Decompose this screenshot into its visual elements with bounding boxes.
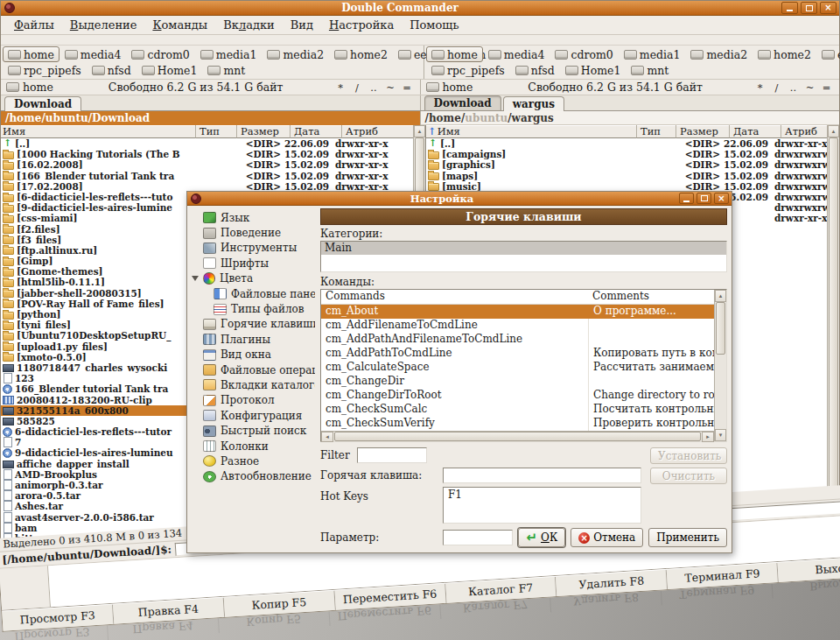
path-bar-right[interactable]: /home/ubuntu/wargus [421,111,840,125]
tree-item[interactable]: Горячие клавиши [191,317,315,332]
drive-button[interactable]: nfsd [87,62,136,78]
drive-button[interactable]: rpc_pipefs [3,62,87,78]
tree-item[interactable]: Типы файлов [191,301,315,316]
file-row[interactable]: [..] <DIR> 22.06.09 drwxr-xr-x [1,138,413,149]
column-header-name[interactable]: Имя [1,125,196,138]
scroll-left-icon[interactable]: ◂ [321,432,333,442]
scroll-track[interactable] [715,355,726,429]
drive-button[interactable]: media4 [483,46,550,62]
path-bar-left[interactable]: /home/ubuntu/Download [1,111,421,125]
scroll-down-icon[interactable]: ▾ [715,429,726,441]
category-item[interactable]: Main [321,242,726,255]
scroll-thumb[interactable] [716,302,725,355]
file-row[interactable]: [maps] <DIR> 15.02.09 drwxrwxrwx [426,171,827,181]
command-row[interactable]: cm_ChangeDirToRoot Change directory to r… [321,389,714,403]
tree-item[interactable]: Плагины [191,332,315,347]
scrollbar-right-panel[interactable]: ▴ ▾ [827,125,839,546]
panel-op-button[interactable]: ~ [383,81,398,94]
file-row[interactable]: [graphics] <DIR> 15.02.09 drwxrwxrwx [426,159,827,170]
tree-expander-open-icon[interactable] [192,276,199,281]
command-row[interactable]: cm_CheckSumCalc Посчитать контрольные су… [321,403,714,417]
column-header-size[interactable]: Размер [676,125,730,138]
tree-item[interactable]: Язык [191,210,315,225]
set-hotkey-button[interactable]: Установить [650,447,727,464]
dialog-titlebar[interactable]: Настройка × [187,192,732,206]
drive-button[interactable]: eee [816,46,840,62]
menu-item[interactable]: Файлы [6,18,62,32]
tree-item[interactable]: Вид окна [191,348,315,362]
drive-button[interactable]: mnt [202,62,250,78]
drive-button[interactable]: media2 [685,46,752,62]
drive-button[interactable]: cdrom0 [126,46,194,62]
column-header-date[interactable]: Дата [730,125,781,138]
drive-button[interactable]: mnt [626,62,674,78]
tree-item[interactable]: Файловые панели [191,286,315,301]
command-row[interactable]: cm_CheckSumVerify Проверить контрольные … [321,417,714,431]
tree-item[interactable]: Поведение [191,225,315,240]
drive-button[interactable]: cdrom0 [550,46,618,62]
drive-button[interactable]: home [426,46,483,62]
menu-item[interactable]: Выделение [62,18,145,32]
dialog-minimize-button[interactable] [679,193,694,204]
scroll-up-icon[interactable]: ▴ [414,125,425,137]
current-drive[interactable]: home [1,81,59,94]
drive-button[interactable]: nfsd [510,62,560,78]
panel-op-button[interactable]: = [400,81,415,94]
scroll-up-icon[interactable]: ▴ [828,125,839,137]
command-row[interactable]: cm_ChangeDir [321,375,714,389]
panel-op-button[interactable]: .. [786,81,801,94]
file-row[interactable]: [16.02.2008] <DIR> 15.02.09 drwxr-xr-x [1,159,413,170]
command-row[interactable]: cm_About О программе... [321,305,714,319]
column-header-type[interactable]: Тип [637,125,676,138]
commands-hscrollbar[interactable]: ◂ ▸ [321,431,714,441]
column-header-attr[interactable]: Атриб [781,125,827,138]
scroll-right-icon[interactable]: ▸ [702,432,714,442]
scroll-thumb[interactable] [829,137,838,534]
hotkey-item[interactable]: F1 [444,488,640,501]
minimize-button[interactable] [781,2,798,14]
tree-item[interactable]: Шрифты [191,256,315,271]
hotkey-input[interactable] [443,468,641,483]
tab[interactable]: wargus [503,96,564,111]
drive-button[interactable]: media4 [60,46,127,62]
panel-op-button[interactable]: = [819,81,834,94]
command-row[interactable]: cm_CalculateSpace Рассчитать занимаемое … [321,361,714,375]
tree-item[interactable]: Инструменты [191,241,315,256]
column-header-date[interactable]: Дата [290,125,342,138]
menu-item[interactable]: Помощь [402,18,466,32]
file-row[interactable]: [..] <DIR> 22.06.09 drwxr-xr-x [426,138,827,149]
hotkeys-listbox[interactable]: F1 [443,487,641,524]
drive-button[interactable]: Home1 [136,62,203,78]
panel-op-button[interactable]: .. [367,81,382,94]
tree-item[interactable]: Файловые операции [191,362,315,377]
categories-listbox[interactable]: Main [320,241,727,272]
drive-button[interactable]: media2 [262,46,329,62]
dialog-close-button[interactable]: × [714,193,729,204]
filter-input[interactable] [357,447,427,463]
column-header-size[interactable]: Размер [237,125,290,138]
scroll-up-icon[interactable]: ▴ [715,290,726,302]
tree-item[interactable]: Разное [191,454,315,468]
menu-item[interactable]: Вид [283,18,321,32]
column-header-type[interactable]: Тип [196,125,237,138]
tree-item[interactable]: Конфигурация [191,408,315,423]
command-row[interactable]: cm_AddPathAndFilenameToCmdLine [321,333,714,347]
tab[interactable]: Download [424,95,501,110]
drive-button[interactable]: home2 [752,46,816,62]
drive-button[interactable]: home [3,46,60,62]
file-row[interactable]: [campaigns] <DIR> 15.02.09 drwxrwxrwx [426,149,827,159]
command-row[interactable]: cm_AddPathToCmdLine Копировать путь в ко… [321,347,714,361]
panel-op-button[interactable]: / [350,81,365,94]
menu-item[interactable]: Настройка [321,18,402,32]
tree-item[interactable]: Автообновление [191,469,315,484]
panel-op-button[interactable]: * [752,81,767,94]
menu-item[interactable]: Вкладки [215,18,283,32]
column-header-name[interactable]: ↑Имя [426,125,637,138]
apply-button[interactable]: Применить [648,528,727,547]
file-row[interactable]: [166_Blender tutorial Tank tra <DIR> 15.… [1,171,413,181]
drive-button[interactable]: rpc_pipefs [426,62,510,78]
clear-hotkey-button[interactable]: Очистить [650,468,727,484]
close-button[interactable]: × [820,2,836,14]
command-row[interactable]: cm_AddFilenameToCmdLine [321,319,714,333]
dialog-maximize-button[interactable] [696,193,711,204]
